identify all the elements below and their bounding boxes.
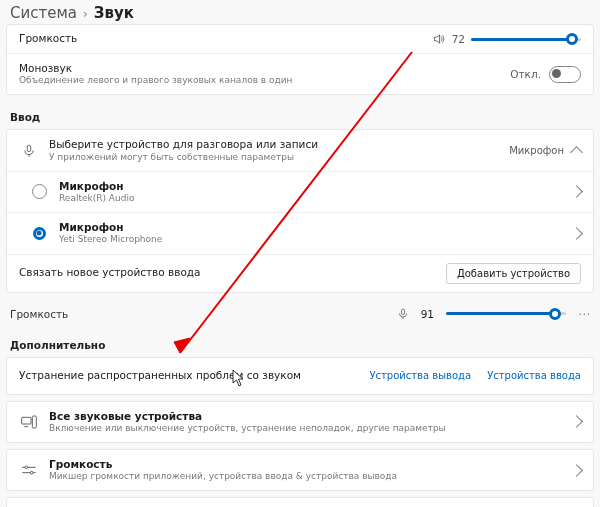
- breadcrumb-parent[interactable]: Система: [10, 4, 77, 22]
- chevron-right-icon: [570, 186, 583, 199]
- input-section-header: Ввод: [6, 101, 594, 129]
- chevron-right-icon: [570, 464, 583, 477]
- input-volume-label: Громкость: [10, 308, 385, 320]
- devices-icon: [19, 415, 39, 429]
- input-device-sub: Yeti Stereo Microphone: [59, 234, 562, 245]
- mixer-icon: [19, 463, 39, 477]
- svg-point-4: [25, 466, 28, 469]
- all-devices-card[interactable]: Все звуковые устройства Включение или вы…: [6, 401, 594, 443]
- chevron-right-icon: [570, 415, 583, 428]
- output-settings-card: Громкость 72 Монозвук Объединение левого…: [6, 24, 594, 95]
- volume-mixer-subtitle: Микшер громкости приложений, устройства …: [49, 471, 562, 482]
- all-devices-subtitle: Включение или выключение устройств, устр…: [49, 423, 562, 434]
- input-device-option-1[interactable]: Микрофон Yeti Stereo Microphone: [7, 212, 593, 253]
- chevron-up-icon: [570, 146, 583, 159]
- pair-device-row: Связать новое устройство ввода Добавить …: [7, 254, 593, 292]
- input-device-subtitle: У приложений могут быть собственные пара…: [49, 152, 499, 163]
- svg-rect-0: [27, 145, 31, 151]
- svg-rect-2: [22, 417, 31, 424]
- output-devices-link[interactable]: Устройства вывода: [369, 370, 471, 381]
- advanced-section-header: Дополнительно: [6, 329, 594, 357]
- svg-rect-3: [32, 416, 36, 428]
- mono-audio-toggle[interactable]: [549, 66, 581, 83]
- all-devices-title: Все звуковые устройства: [49, 410, 562, 423]
- svg-rect-1: [401, 309, 404, 315]
- input-selected-label: Микрофон: [509, 145, 564, 156]
- svg-point-5: [30, 471, 33, 474]
- pair-device-label: Связать новое устройство ввода: [19, 266, 436, 279]
- input-device-title: Выберите устройство для разговора или за…: [49, 138, 499, 151]
- mono-audio-title: Монозвук: [19, 62, 500, 75]
- output-volume-slider[interactable]: [471, 32, 581, 46]
- input-device-name: Микрофон: [59, 180, 562, 193]
- input-settings-card: Выберите устройство для разговора или за…: [6, 129, 594, 292]
- add-device-button[interactable]: Добавить устройство: [446, 263, 581, 284]
- mono-audio-state: Откл.: [510, 68, 541, 80]
- troubleshoot-label: Устранение распространенных проблем со з…: [19, 369, 359, 382]
- output-volume-label: Громкость: [19, 32, 422, 45]
- breadcrumb-current: Звук: [94, 4, 134, 22]
- speaker-icon: [432, 32, 446, 46]
- microphone-icon: [19, 143, 39, 159]
- input-volume-value: 91: [421, 308, 434, 320]
- more-sound-settings-card[interactable]: Дополнительные параметры звука: [6, 497, 594, 507]
- radio-selected-icon[interactable]: [33, 227, 46, 240]
- input-device-sub: Realtek(R) Audio: [59, 193, 562, 204]
- microphone-icon: [397, 307, 409, 321]
- radio-unselected-icon[interactable]: [32, 184, 47, 199]
- input-device-option-0[interactable]: Микрофон Realtek(R) Audio: [7, 171, 593, 212]
- chevron-right-icon: [570, 227, 583, 240]
- mono-audio-subtitle: Объединение левого и правого звуковых ка…: [19, 75, 500, 86]
- input-volume-row: Громкость 91 ⋯: [6, 299, 594, 329]
- breadcrumb-separator: ›: [83, 7, 88, 21]
- volume-mixer-card[interactable]: Громкость Микшер громкости приложений, у…: [6, 449, 594, 491]
- more-icon[interactable]: ⋯: [578, 307, 590, 321]
- volume-mixer-title: Громкость: [49, 458, 562, 471]
- input-device-row[interactable]: Выберите устройство для разговора или за…: [7, 130, 593, 170]
- output-volume-value: 72: [452, 33, 465, 45]
- input-device-name: Микрофон: [59, 221, 562, 234]
- input-volume-slider[interactable]: [446, 307, 566, 321]
- troubleshoot-card: Устранение распространенных проблем со з…: [6, 357, 594, 395]
- input-devices-link[interactable]: Устройства ввода: [487, 370, 581, 381]
